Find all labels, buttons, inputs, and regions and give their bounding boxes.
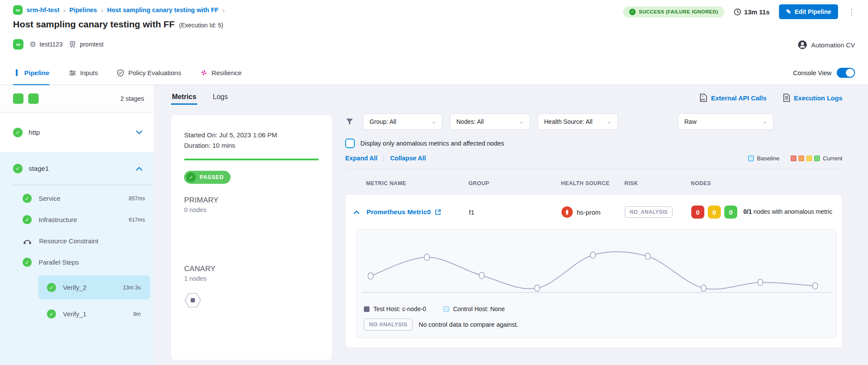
breadcrumb-pipelines-link[interactable]: Pipelines <box>69 7 97 13</box>
step-item-verify-2[interactable]: ✓ Verify_2 13m 3s <box>38 275 150 299</box>
pipeline-icon <box>13 69 20 76</box>
more-options-icon[interactable]: ⋮ <box>848 8 856 16</box>
chart-color-legend: Baseline Current <box>748 155 842 162</box>
col-nodes: NODES <box>691 180 835 186</box>
breadcrumb-project-link[interactable]: srm-hf-test <box>26 7 59 13</box>
nodes-summary-ratio: 0/1 <box>743 208 752 215</box>
step-label: Parallel Steps <box>39 259 79 266</box>
red-node-count: 0 <box>691 206 704 219</box>
page-title: Host sampling canary testing with FF <box>13 19 175 30</box>
step-item-parallel-steps[interactable]: ✓ Parallel Steps <box>0 252 154 273</box>
tab-inputs[interactable]: Inputs <box>69 61 98 85</box>
yellow-node-count: 0 <box>708 206 721 219</box>
stage-item-stage1[interactable]: ✓ stage1 <box>0 153 154 185</box>
execution-sidebar: 2 stages ✓ http ✓ stage1 ✓ Service 857ms… <box>0 85 154 365</box>
step-duration: 857ms <box>129 196 145 202</box>
page-header: ∞ srm-hf-test › Pipelines › Host samplin… <box>0 0 868 61</box>
col-risk: RISK <box>624 180 691 186</box>
filter-funnel-icon[interactable] <box>345 117 354 126</box>
collapse-all-link[interactable]: Collapse All <box>390 155 426 162</box>
risk-badge: NO_ANALYSIS <box>625 206 673 218</box>
success-check-icon: ✓ <box>13 164 23 173</box>
external-link-icon[interactable] <box>435 209 441 216</box>
metric-row: Prometheus Metric0 f1 hs-prom NO_ANALYSI… <box>346 195 842 229</box>
success-check-icon: ✓ <box>13 128 23 137</box>
stages-summary: 2 stages <box>0 85 154 113</box>
success-check-icon: ✓ <box>23 194 32 203</box>
current-red-swatch <box>791 156 796 161</box>
step-label: Verify_1 <box>63 310 86 318</box>
nodes-cell: 0 0 0 0/1 nodes with anomalous metric <box>691 206 837 219</box>
nodes-filter-dropdown[interactable]: Nodes: All ⌄ <box>450 113 530 130</box>
metric-name-link[interactable]: Prometheus Metric0 <box>366 208 469 216</box>
service-tag: ⚙ test1123 <box>30 40 63 49</box>
expand-all-link[interactable]: Expand All <box>345 155 377 162</box>
health-source-label: hs-prom <box>577 209 601 216</box>
tab-policy-evaluations[interactable]: Policy Evaluations <box>117 61 181 85</box>
data-type-value: Raw <box>684 118 696 125</box>
clock-icon <box>734 8 741 16</box>
green-node-count: 0 <box>724 206 737 219</box>
current-orange-swatch <box>799 156 804 161</box>
tab-pipeline-label: Pipeline <box>24 69 50 76</box>
edit-pipeline-label: Edit Pipeline <box>795 8 831 15</box>
health-source-filter-dropdown[interactable]: Health Source: All ⌄ <box>538 113 618 130</box>
test-host-label: Test Host: c-node-0 <box>373 305 426 312</box>
console-view-toggle[interactable] <box>837 68 855 78</box>
nodes-filter-value: Nodes: All <box>456 118 484 125</box>
passed-label: PASSED <box>200 174 224 180</box>
vertical-divider <box>383 154 384 162</box>
metric-line-chart[interactable] <box>362 236 831 301</box>
sidebar-divider <box>11 185 154 185</box>
no-analysis-badge: NO ANALYSIS <box>364 319 413 331</box>
group-filter-dropdown[interactable]: Group: All ⌄ <box>363 113 442 130</box>
external-api-calls-link[interactable]: API External API Calls <box>700 93 766 102</box>
col-health-source: HEALTH SOURCE <box>561 180 624 186</box>
metric-card: Prometheus Metric0 f1 hs-prom NO_ANALYSI… <box>345 194 842 348</box>
step-duration: 13m 3s <box>123 285 141 291</box>
chevron-down-icon[interactable] <box>136 130 142 134</box>
tab-logs[interactable]: Logs <box>213 93 228 105</box>
breadcrumb: ∞ srm-hf-test › Pipelines › Host samplin… <box>13 5 224 15</box>
tab-pipeline[interactable]: Pipeline <box>13 61 50 85</box>
main-tabbar: Pipeline Inputs Policy Evaluations Resil… <box>0 61 868 85</box>
anomalous-only-checkbox[interactable] <box>345 139 355 148</box>
console-view-label: Console View <box>793 70 832 76</box>
step-label: Verify_2 <box>63 284 86 291</box>
control-host-label: Control Host: None <box>453 305 505 312</box>
shield-check-icon <box>117 69 124 77</box>
collapse-chevron-icon[interactable] <box>353 210 360 214</box>
execution-logs-label: Execution Logs <box>794 94 842 102</box>
stage-item-http[interactable]: ✓ http <box>0 113 154 153</box>
data-type-dropdown[interactable]: Raw ⌄ <box>678 113 773 130</box>
success-check-icon: ✓ <box>23 258 32 267</box>
nodes-summary-text: nodes with anomalous metric <box>752 208 832 215</box>
health-source-filter-value: Health Source: All <box>544 118 592 125</box>
environment-tag-label: promtest <box>80 41 103 48</box>
stage-square-icon <box>13 93 23 104</box>
execution-logs-link[interactable]: Execution Logs <box>783 93 842 102</box>
chevron-up-icon[interactable] <box>136 167 142 171</box>
step-duration: 9m <box>133 311 141 317</box>
canary-label: CANARY <box>184 265 319 273</box>
group-filter-value: Group: All <box>370 118 396 125</box>
tab-policy-label: Policy Evaluations <box>128 69 181 76</box>
success-check-icon: ✓ <box>47 283 56 292</box>
metrics-table-header: METRIC NAME GROUP HEALTH SOURCE RISK NOD… <box>345 176 842 191</box>
verification-console: Metrics Logs Started On: Jul 5, 2023 1:0… <box>154 85 334 365</box>
tab-resilience[interactable]: Resilience <box>200 61 241 85</box>
started-on: Started On: Jul 5, 2023 1:06 PM <box>184 130 319 140</box>
step-item-service[interactable]: ✓ Service 857ms <box>0 188 154 209</box>
step-item-verify-1[interactable]: ✓ Verify_1 9m <box>38 302 150 326</box>
test-host-swatch <box>364 306 370 312</box>
step-item-resource-constraint[interactable]: Resource Constraint <box>0 230 154 252</box>
tab-metrics[interactable]: Metrics <box>172 93 196 105</box>
canary-node-hexagon-icon[interactable] <box>184 292 201 308</box>
breadcrumb-pipeline-link[interactable]: Host sampling canary testing with FF <box>107 7 218 13</box>
file-icon <box>783 93 790 102</box>
gear-icon: ⚙ <box>30 40 36 49</box>
nodes-summary: 0/1 nodes with anomalous metric <box>743 208 837 216</box>
edit-pipeline-button[interactable]: ✎ Edit Pipeline <box>779 4 838 19</box>
step-item-infrastructure[interactable]: ✓ Infrastructure 617ms <box>0 209 154 230</box>
status-badge-label: SUCCESS (FAILURE IGNORED) <box>639 9 718 14</box>
